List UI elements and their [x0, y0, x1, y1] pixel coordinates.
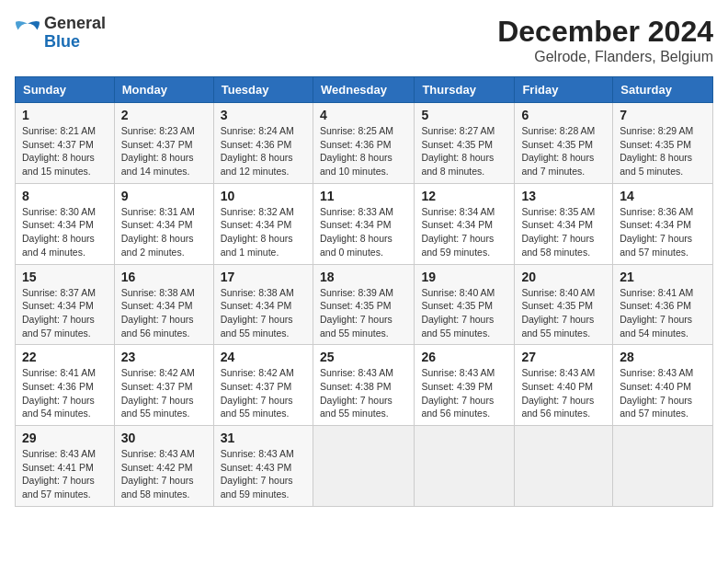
table-row: 25 Sunrise: 8:43 AMSunset: 4:38 PMDaylig… — [313, 345, 414, 426]
day-number: 12 — [421, 189, 507, 203]
table-row: 12 Sunrise: 8:34 AMSunset: 4:34 PMDaylig… — [415, 183, 515, 264]
day-detail: Sunrise: 8:32 AMSunset: 4:34 PMDaylight:… — [221, 206, 294, 258]
calendar-week-row: 29 Sunrise: 8:43 AMSunset: 4:41 PMDaylig… — [16, 426, 713, 507]
day-detail: Sunrise: 8:34 AMSunset: 4:34 PMDaylight:… — [421, 206, 495, 258]
day-detail: Sunrise: 8:39 AMSunset: 4:35 PMDaylight:… — [320, 287, 393, 339]
day-number: 30 — [121, 431, 207, 445]
table-row: 14 Sunrise: 8:36 AMSunset: 4:34 PMDaylig… — [613, 183, 713, 264]
day-number: 18 — [320, 270, 407, 284]
table-row: 4 Sunrise: 8:25 AMSunset: 4:36 PMDayligh… — [313, 103, 414, 184]
header-friday: Friday — [515, 77, 613, 103]
header-saturday: Saturday — [613, 77, 713, 103]
location-title: Gelrode, Flanders, Belgium — [497, 49, 713, 65]
day-number: 1 — [22, 108, 108, 122]
table-row: 2 Sunrise: 8:23 AMSunset: 4:37 PMDayligh… — [114, 103, 213, 184]
title-area: December 2024 Gelrode, Flanders, Belgium — [497, 15, 713, 65]
day-detail: Sunrise: 8:43 AMSunset: 4:38 PMDaylight:… — [320, 367, 393, 419]
header-tuesday: Tuesday — [213, 77, 313, 103]
table-row — [613, 426, 713, 507]
day-detail: Sunrise: 8:43 AMSunset: 4:43 PMDaylight:… — [221, 448, 294, 500]
day-number: 15 — [22, 270, 108, 284]
table-row: 9 Sunrise: 8:31 AMSunset: 4:34 PMDayligh… — [114, 183, 213, 264]
day-number: 20 — [521, 270, 606, 284]
page-header: General Blue December 2024 Gelrode, Flan… — [15, 15, 713, 65]
day-number: 31 — [221, 431, 306, 445]
day-number: 3 — [221, 108, 306, 122]
day-detail: Sunrise: 8:37 AMSunset: 4:34 PMDaylight:… — [22, 287, 96, 339]
day-number: 14 — [620, 189, 706, 203]
logo: General Blue — [15, 15, 106, 52]
day-detail: Sunrise: 8:38 AMSunset: 4:34 PMDaylight:… — [121, 287, 195, 339]
day-number: 21 — [620, 270, 706, 284]
header-sunday: Sunday — [16, 77, 115, 103]
table-row: 22 Sunrise: 8:41 AMSunset: 4:36 PMDaylig… — [16, 345, 115, 426]
month-title: December 2024 — [497, 15, 713, 49]
day-detail: Sunrise: 8:35 AMSunset: 4:34 PMDaylight:… — [521, 206, 595, 258]
day-detail: Sunrise: 8:43 AMSunset: 4:39 PMDaylight:… — [421, 367, 495, 419]
day-number: 9 — [121, 189, 207, 203]
table-row: 20 Sunrise: 8:40 AMSunset: 4:35 PMDaylig… — [515, 264, 613, 345]
day-detail: Sunrise: 8:41 AMSunset: 4:36 PMDaylight:… — [620, 287, 693, 339]
table-row: 11 Sunrise: 8:33 AMSunset: 4:34 PMDaylig… — [313, 183, 414, 264]
day-detail: Sunrise: 8:28 AMSunset: 4:35 PMDaylight:… — [521, 125, 595, 177]
logo-icon — [15, 20, 40, 46]
day-detail: Sunrise: 8:30 AMSunset: 4:34 PMDaylight:… — [22, 206, 96, 258]
table-row: 30 Sunrise: 8:43 AMSunset: 4:42 PMDaylig… — [114, 426, 213, 507]
day-number: 28 — [620, 350, 706, 364]
calendar-week-row: 8 Sunrise: 8:30 AMSunset: 4:34 PMDayligh… — [16, 183, 713, 264]
day-number: 10 — [221, 189, 306, 203]
day-number: 7 — [620, 108, 706, 122]
day-number: 19 — [421, 270, 507, 284]
table-row: 31 Sunrise: 8:43 AMSunset: 4:43 PMDaylig… — [213, 426, 313, 507]
day-number: 23 — [121, 350, 207, 364]
day-detail: Sunrise: 8:43 AMSunset: 4:40 PMDaylight:… — [521, 367, 595, 419]
calendar-week-row: 15 Sunrise: 8:37 AMSunset: 4:34 PMDaylig… — [16, 264, 713, 345]
day-number: 26 — [421, 350, 507, 364]
day-detail: Sunrise: 8:38 AMSunset: 4:34 PMDaylight:… — [221, 287, 294, 339]
day-detail: Sunrise: 8:23 AMSunset: 4:37 PMDaylight:… — [121, 125, 195, 177]
table-row: 10 Sunrise: 8:32 AMSunset: 4:34 PMDaylig… — [213, 183, 313, 264]
table-row: 24 Sunrise: 8:42 AMSunset: 4:37 PMDaylig… — [213, 345, 313, 426]
table-row: 26 Sunrise: 8:43 AMSunset: 4:39 PMDaylig… — [415, 345, 515, 426]
table-row: 15 Sunrise: 8:37 AMSunset: 4:34 PMDaylig… — [16, 264, 115, 345]
table-row: 8 Sunrise: 8:30 AMSunset: 4:34 PMDayligh… — [16, 183, 115, 264]
table-row: 16 Sunrise: 8:38 AMSunset: 4:34 PMDaylig… — [114, 264, 213, 345]
table-row: 17 Sunrise: 8:38 AMSunset: 4:34 PMDaylig… — [213, 264, 313, 345]
day-detail: Sunrise: 8:25 AMSunset: 4:36 PMDaylight:… — [320, 125, 393, 177]
day-detail: Sunrise: 8:33 AMSunset: 4:34 PMDaylight:… — [320, 206, 393, 258]
header-wednesday: Wednesday — [313, 77, 414, 103]
header-thursday: Thursday — [415, 77, 515, 103]
day-detail: Sunrise: 8:24 AMSunset: 4:36 PMDaylight:… — [221, 125, 294, 177]
day-number: 11 — [320, 189, 407, 203]
table-row: 29 Sunrise: 8:43 AMSunset: 4:41 PMDaylig… — [16, 426, 115, 507]
table-row: 19 Sunrise: 8:40 AMSunset: 4:35 PMDaylig… — [415, 264, 515, 345]
day-detail: Sunrise: 8:29 AMSunset: 4:35 PMDaylight:… — [620, 125, 693, 177]
day-detail: Sunrise: 8:40 AMSunset: 4:35 PMDaylight:… — [421, 287, 495, 339]
table-row: 13 Sunrise: 8:35 AMSunset: 4:34 PMDaylig… — [515, 183, 613, 264]
day-detail: Sunrise: 8:36 AMSunset: 4:34 PMDaylight:… — [620, 206, 693, 258]
day-number: 29 — [22, 431, 108, 445]
table-row: 28 Sunrise: 8:43 AMSunset: 4:40 PMDaylig… — [613, 345, 713, 426]
calendar-week-row: 22 Sunrise: 8:41 AMSunset: 4:36 PMDaylig… — [16, 345, 713, 426]
table-row: 21 Sunrise: 8:41 AMSunset: 4:36 PMDaylig… — [613, 264, 713, 345]
table-row: 5 Sunrise: 8:27 AMSunset: 4:35 PMDayligh… — [415, 103, 515, 184]
day-detail: Sunrise: 8:41 AMSunset: 4:36 PMDaylight:… — [22, 367, 96, 419]
weekday-header-row: Sunday Monday Tuesday Wednesday Thursday… — [16, 77, 713, 103]
table-row — [415, 426, 515, 507]
day-detail: Sunrise: 8:40 AMSunset: 4:35 PMDaylight:… — [521, 287, 595, 339]
day-number: 8 — [22, 189, 108, 203]
table-row: 27 Sunrise: 8:43 AMSunset: 4:40 PMDaylig… — [515, 345, 613, 426]
day-number: 13 — [521, 189, 606, 203]
day-number: 5 — [421, 108, 507, 122]
table-row: 3 Sunrise: 8:24 AMSunset: 4:36 PMDayligh… — [213, 103, 313, 184]
day-number: 25 — [320, 350, 407, 364]
logo-text: General Blue — [44, 15, 106, 52]
calendar-week-row: 1 Sunrise: 8:21 AMSunset: 4:37 PMDayligh… — [16, 103, 713, 184]
table-row — [313, 426, 414, 507]
table-row: 23 Sunrise: 8:42 AMSunset: 4:37 PMDaylig… — [114, 345, 213, 426]
table-row: 18 Sunrise: 8:39 AMSunset: 4:35 PMDaylig… — [313, 264, 414, 345]
day-number: 27 — [521, 350, 606, 364]
day-detail: Sunrise: 8:43 AMSunset: 4:42 PMDaylight:… — [121, 448, 195, 500]
day-detail: Sunrise: 8:42 AMSunset: 4:37 PMDaylight:… — [221, 367, 294, 419]
day-number: 24 — [221, 350, 306, 364]
